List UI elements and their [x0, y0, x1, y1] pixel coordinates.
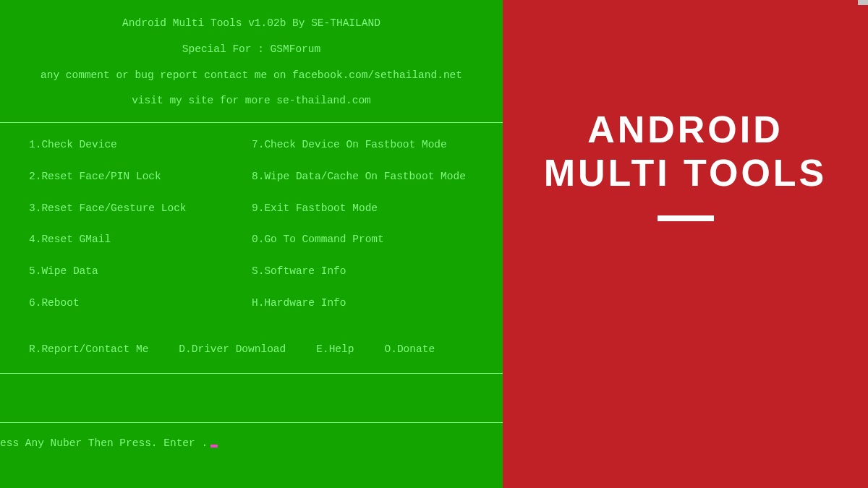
- menu-check-device-fastboot[interactable]: 7.Check Device On Fastboot Mode: [252, 137, 474, 153]
- banner-title: ANDROID MULTI TOOLS: [544, 108, 827, 195]
- menu-columns: 1.Check Device 2.Reset Face/PIN Lock 3.R…: [0, 137, 503, 328]
- menu-hardware-info[interactable]: H.Hardware Info: [252, 296, 474, 312]
- prompt-section[interactable]: ess Any Nuber Then Press. Enter .: [0, 422, 503, 452]
- visit-site: visit my site for more se-thailand.com: [9, 93, 494, 109]
- menu-column-right: 7.Check Device On Fastboot Mode 8.Wipe D…: [252, 137, 474, 328]
- prompt-text: ess Any Nuber Then Press. Enter .: [0, 436, 208, 452]
- cursor-icon: [210, 445, 218, 448]
- banner-panel: ANDROID MULTI TOOLS: [503, 0, 868, 488]
- banner-underline: [658, 215, 714, 221]
- banner-line-1: ANDROID: [544, 108, 827, 152]
- contact-info: any comment or bug report contact me on …: [9, 68, 494, 84]
- menu-reset-gmail[interactable]: 4.Reset GMail: [29, 232, 252, 248]
- menu-section: 1.Check Device 2.Reset Face/PIN Lock 3.R…: [0, 123, 503, 374]
- terminal-panel: Android Multi Tools v1.02b By SE-THAILAN…: [0, 0, 503, 488]
- menu-help[interactable]: E.Help: [316, 342, 354, 358]
- menu-column-left: 1.Check Device 2.Reset Face/PIN Lock 3.R…: [29, 137, 252, 328]
- menu-report-contact[interactable]: R.Report/Contact Me: [29, 342, 148, 358]
- menu-reset-face-gesture[interactable]: 3.Reset Face/Gesture Lock: [29, 201, 252, 217]
- menu-reboot[interactable]: 6.Reboot: [29, 296, 252, 312]
- scrollbar-thumb[interactable]: [858, 0, 868, 5]
- menu-donate[interactable]: O.Donate: [384, 342, 435, 358]
- app-title: Android Multi Tools v1.02b By SE-THAILAN…: [9, 16, 494, 32]
- banner-line-2: MULTI TOOLS: [544, 152, 827, 195]
- menu-command-prompt[interactable]: 0.Go To Command Promt: [252, 232, 474, 248]
- menu-check-device[interactable]: 1.Check Device: [29, 137, 252, 153]
- menu-wipe-data[interactable]: 5.Wipe Data: [29, 264, 252, 280]
- menu-driver-download[interactable]: D.Driver Download: [179, 342, 286, 358]
- special-for: Special For : GSMForum: [9, 42, 494, 58]
- menu-software-info[interactable]: S.Software Info: [252, 264, 474, 280]
- menu-reset-face-pin[interactable]: 2.Reset Face/PIN Lock: [29, 169, 252, 185]
- menu-exit-fastboot[interactable]: 9.Exit Fastboot Mode: [252, 201, 474, 217]
- menu-wipe-data-fastboot[interactable]: 8.Wipe Data/Cache On Fastboot Mode: [252, 169, 474, 185]
- header-section: Android Multi Tools v1.02b By SE-THAILAN…: [0, 0, 503, 123]
- bottom-menu-row: R.Report/Contact Me D.Driver Download E.…: [0, 328, 503, 358]
